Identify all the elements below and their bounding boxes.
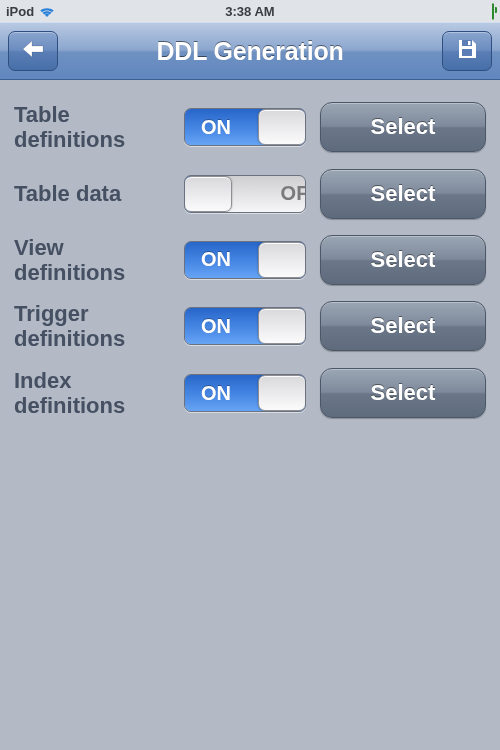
toggle-off-label: OFF [305, 375, 306, 411]
option-row-view-definitions: View definitions ON OFF Select [14, 235, 486, 286]
toggle-off-label: OFF [305, 242, 306, 278]
save-icon [455, 37, 479, 65]
option-label: Trigger definitions [14, 301, 170, 352]
option-row-trigger-definitions: Trigger definitions ON OFF Select [14, 301, 486, 352]
save-button[interactable] [442, 31, 492, 71]
option-row-table-definitions: Table definitions ON OFF Select [14, 102, 486, 153]
toggle-off-label: OFF [305, 308, 306, 344]
toggle-knob [184, 176, 232, 212]
svg-rect-2 [462, 49, 472, 56]
option-label: Table definitions [14, 102, 170, 153]
select-button-index-definitions[interactable]: Select [320, 368, 486, 418]
option-row-index-definitions: Index definitions ON OFF Select [14, 368, 486, 419]
status-device: iPod [6, 4, 34, 19]
toggle-index-definitions[interactable]: ON OFF [184, 374, 306, 412]
toggle-view-definitions[interactable]: ON OFF [184, 241, 306, 279]
option-label: Index definitions [14, 368, 170, 419]
nav-bar: DDL Generation [0, 22, 500, 80]
toggle-off-label: OFF [305, 109, 306, 145]
toggle-trigger-definitions[interactable]: ON OFF [184, 307, 306, 345]
toggle-knob [258, 242, 306, 278]
toggle-table-definitions[interactable]: ON OFF [184, 108, 306, 146]
toggle-knob [258, 308, 306, 344]
toggle-knob [258, 375, 306, 411]
battery-icon [492, 4, 494, 19]
status-time: 3:38 AM [225, 4, 274, 19]
select-button-trigger-definitions[interactable]: Select [320, 301, 486, 351]
wifi-icon [38, 5, 56, 18]
back-button[interactable] [8, 31, 58, 71]
option-row-table-data: Table data ON OFF Select [14, 169, 486, 219]
status-bar: iPod 3:38 AM [0, 0, 500, 22]
svg-rect-1 [468, 41, 471, 45]
option-label: Table data [14, 181, 170, 206]
toggle-table-data[interactable]: ON OFF [184, 175, 306, 213]
select-button-table-data[interactable]: Select [320, 169, 486, 219]
options-list: Table definitions ON OFF Select Table da… [0, 80, 500, 440]
arrow-left-icon [20, 38, 46, 64]
option-label: View definitions [14, 235, 170, 286]
page-title: DDL Generation [156, 37, 343, 66]
select-button-view-definitions[interactable]: Select [320, 235, 486, 285]
toggle-knob [258, 109, 306, 145]
select-button-table-definitions[interactable]: Select [320, 102, 486, 152]
